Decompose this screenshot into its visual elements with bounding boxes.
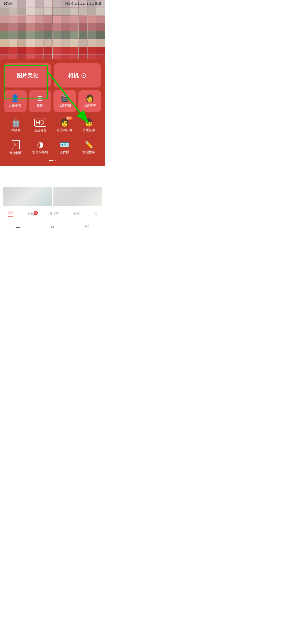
dior-ai-label: 迪奥AI美妍 bbox=[32, 150, 48, 155]
gesture-navigation-bar: ☰ ⌂ ↩ bbox=[0, 221, 105, 232]
nav-design-label: 设计室 bbox=[49, 211, 59, 216]
hd-restore-label: 画质修复 bbox=[34, 128, 47, 133]
bottom-navigation: 首页 Plog 20 设计室 会员 我 bbox=[0, 206, 105, 221]
video-edit-label: 视频剪辑 bbox=[58, 104, 71, 108]
male-retouch-label: 男生轻修 bbox=[82, 128, 95, 133]
collage-button[interactable]: ⊞ 拼图 bbox=[29, 90, 52, 112]
dot-active bbox=[49, 160, 53, 161]
dior-ai-button[interactable]: ◑ 迪奥AI美妍 bbox=[28, 137, 53, 158]
pin-icon: 📌 bbox=[42, 65, 48, 71]
video-beauty-icon: 👩 bbox=[85, 94, 94, 103]
collage-icon: ⊞ bbox=[37, 94, 43, 103]
back-gesture-icon[interactable]: ↩ bbox=[85, 223, 89, 229]
nav-me-label: 我 bbox=[94, 211, 97, 216]
status-time: 07:44 bbox=[4, 2, 13, 6]
grid-row-1: 🤖 AI绘画 HD 画质修复 Hot 🧑 百变AI头像 👦 男生轻修 bbox=[4, 115, 101, 136]
ai-avatar-label: 百变AI头像 bbox=[57, 128, 73, 133]
thumbnail-1[interactable] bbox=[3, 187, 52, 207]
signal-5g-icon: ▲▲▲▲ bbox=[75, 2, 85, 5]
nav-home-label: 首页 bbox=[7, 211, 14, 215]
nav-plog[interactable]: Plog 20 bbox=[28, 212, 35, 216]
nav-me[interactable]: 我 bbox=[94, 211, 97, 216]
portrait-label: 人像美容 bbox=[9, 104, 21, 108]
nav-membership[interactable]: 会员 bbox=[73, 211, 80, 216]
dior-ai-icon: ◑ bbox=[37, 141, 44, 148]
portrait-icon: 👤 bbox=[11, 94, 19, 103]
video-beauty-button[interactable]: 👩 视频美容 bbox=[78, 90, 101, 112]
ai-paint-icon: 🤖 bbox=[11, 119, 21, 126]
ai-avatar-button[interactable]: Hot 🧑 百变AI头像 bbox=[52, 115, 77, 136]
id-photo-button[interactable]: 🪪 证件照 bbox=[52, 137, 77, 158]
hd-icon: HD₂ bbox=[65, 2, 70, 5]
video-beauty-label: 视频美容 bbox=[83, 104, 96, 108]
poster-template-icon: ✏️ bbox=[84, 141, 93, 148]
thumbnail-grid bbox=[0, 185, 105, 209]
camera-button[interactable]: 相机 ⊙ bbox=[54, 63, 101, 87]
poster-template-button[interactable]: ✏️ 海报模板 bbox=[77, 137, 101, 158]
top-buttons-row: 图片美化 📌 相机 ⊙ bbox=[4, 63, 101, 87]
collage-label: 拼图 bbox=[37, 104, 43, 108]
ai-paint-button[interactable]: 🤖 AI绘画 bbox=[4, 115, 28, 136]
main-panel: 图片美化 📌 相机 ⊙ 👤 人像美容 ⊞ 拼图 🎬 视频剪辑 👩 视频美容 🤖 bbox=[0, 59, 105, 166]
grid-row-2: ⁙ 无缝拼图 ◑ 迪奥AI美妍 🪪 证件照 ✏️ 海报模板 bbox=[4, 137, 101, 158]
seamless-collage-button[interactable]: ⁙ 无缝拼图 bbox=[4, 137, 28, 158]
signal-4g-icon: G bbox=[71, 2, 74, 5]
page-indicator bbox=[4, 159, 101, 163]
ai-paint-label: AI绘画 bbox=[11, 128, 21, 133]
content-thumbnails bbox=[0, 185, 105, 209]
id-photo-label: 证件照 bbox=[60, 150, 69, 155]
seamless-collage-label: 无缝拼图 bbox=[9, 151, 22, 155]
thumbnail-2[interactable] bbox=[53, 187, 102, 207]
menu-gesture-icon[interactable]: ☰ bbox=[15, 223, 20, 229]
male-retouch-button[interactable]: 👦 男生轻修 bbox=[77, 115, 101, 136]
hd-restore-icon: HD bbox=[34, 119, 46, 127]
nav-membership-label: 会员 bbox=[73, 211, 80, 216]
id-photo-icon: 🪪 bbox=[60, 141, 69, 148]
male-retouch-icon: 👦 bbox=[84, 119, 93, 126]
battery-icon: 85 bbox=[95, 2, 101, 5]
status-icons: HD₂ G ▲▲▲▲ ▲▲▲ 85 bbox=[65, 2, 101, 5]
signal-wifi-icon: ▲▲▲ bbox=[86, 2, 94, 5]
ai-avatar-icon: 🧑 bbox=[60, 119, 69, 126]
nav-home[interactable]: 首页 bbox=[7, 211, 14, 217]
icon-buttons-row: 👤 人像美容 ⊞ 拼图 🎬 视频剪辑 👩 视频美容 bbox=[4, 90, 101, 112]
dot-inactive bbox=[55, 160, 56, 161]
seamless-collage-icon: ⁙ bbox=[12, 140, 20, 149]
camera-label: 相机 bbox=[68, 72, 79, 79]
camera-icon: ⊙ bbox=[81, 71, 87, 80]
home-gesture-icon[interactable]: ⌂ bbox=[51, 223, 54, 229]
photo-beautify-button[interactable]: 图片美化 📌 bbox=[4, 63, 51, 87]
hd-restore-button[interactable]: HD 画质修复 bbox=[28, 115, 53, 136]
nav-design[interactable]: 设计室 bbox=[49, 211, 59, 216]
status-bar: 07:44 HD₂ G ▲▲▲▲ ▲▲▲ 85 bbox=[0, 0, 105, 7]
poster-template-label: 海报模板 bbox=[82, 150, 95, 155]
photo-beautify-label: 图片美化 bbox=[17, 72, 38, 79]
nav-home-underline bbox=[8, 216, 13, 217]
hot-badge: Hot bbox=[66, 116, 72, 120]
plog-badge: 20 bbox=[34, 211, 38, 215]
video-edit-button[interactable]: 🎬 视频剪辑 bbox=[53, 90, 76, 112]
video-edit-icon: 🎬 bbox=[60, 94, 69, 103]
portrait-button[interactable]: 👤 人像美容 bbox=[4, 90, 27, 112]
